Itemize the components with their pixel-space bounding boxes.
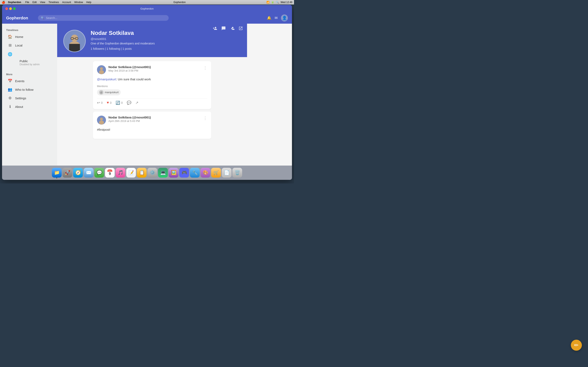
menu-account[interactable]: Account — [61, 1, 72, 4]
add-follow-button[interactable] — [230, 26, 234, 32]
sidebar-home-label: Home — [15, 35, 23, 39]
sidebar: Timelines 🏠 Home ⊞ Local 🌐 Public Disabl… — [2, 24, 57, 166]
traffic-lights — [5, 7, 16, 10]
post-card: Nodar Sotkilava (@nosot001) May 3rd 2019… — [93, 61, 211, 109]
maximize-button[interactable] — [13, 7, 16, 10]
open-external-button[interactable] — [238, 26, 243, 32]
unfollow-button[interactable] — [213, 26, 217, 32]
search-icon: 🔍 — [41, 16, 44, 20]
user-avatar-header[interactable]: 👤 — [281, 15, 288, 21]
settings-icon: ⚙ — [8, 96, 12, 100]
post-body-2: #firstpost! — [97, 127, 207, 132]
svg-rect-3 — [69, 44, 80, 52]
post-menu-button[interactable]: ⋮ — [203, 65, 207, 70]
sidebar-item-public[interactable]: 🌐 Public Disabled by admin — [4, 50, 56, 68]
boost-icon: 🔄 — [116, 100, 120, 105]
minimize-button[interactable] — [9, 7, 12, 10]
menu-help[interactable]: Help — [85, 1, 93, 4]
like-button[interactable]: ♥ 0 — [107, 100, 112, 105]
post-mention[interactable]: @marquiskurt — [97, 77, 116, 81]
sidebar-item-local[interactable]: ⊞ Local — [4, 41, 56, 50]
dock-terminal[interactable]: 💻 — [158, 168, 168, 178]
menu-timelines[interactable]: Timelines — [47, 1, 60, 4]
search-input[interactable] — [46, 16, 166, 20]
menu-file[interactable]: File — [24, 1, 30, 4]
post-header: Nodar Sotkilava (@nosot001) May 3rd 2019… — [97, 65, 207, 74]
local-icon: ⊞ — [8, 43, 12, 48]
title-bar: Gopherdon — [2, 5, 292, 12]
sidebar-public-sub: Disabled by admin — [20, 63, 40, 66]
svg-point-1 — [71, 35, 78, 42]
close-button[interactable] — [5, 7, 8, 10]
mention-tag[interactable]: @ marquiskurt — [97, 89, 121, 95]
dock-discord[interactable]: 🎮 — [179, 168, 189, 178]
post-menu-button-2[interactable]: ⋮ — [203, 116, 207, 120]
svg-point-9 — [99, 70, 104, 74]
reply-count: 0 — [101, 101, 103, 104]
app-window: Gopherdon Gopherdon 🔍 🔔 ✉ 👤 Timelines — [2, 5, 292, 180]
dock-preview[interactable]: 🖼️ — [169, 168, 178, 178]
sidebar-item-who-to-follow[interactable]: 👥 Who to follow — [4, 85, 56, 94]
reply-button[interactable]: ↩ 0 — [97, 100, 103, 105]
sidebar-item-settings[interactable]: ⚙ Settings — [4, 94, 56, 102]
chat-button[interactable] — [221, 26, 226, 32]
timelines-section-label: Timelines — [2, 27, 57, 33]
post-date: May 3rd 2019 at 3:58 PM — [108, 69, 201, 72]
share-icon: ↗ — [135, 100, 138, 105]
menu-view[interactable]: View — [39, 1, 47, 4]
search-menubar-icon[interactable]: 🔍 — [276, 1, 279, 4]
dock-writer[interactable]: 📝 — [126, 168, 136, 178]
sidebar-local-label: Local — [15, 44, 22, 47]
profile-bio: One of the Gopherdon developers and mode… — [91, 42, 155, 45]
thread-button[interactable]: 💬 — [127, 100, 131, 105]
app-menu-name[interactable]: Gopherdon — [7, 1, 22, 4]
boost-button[interactable]: 🔄 0 — [116, 100, 123, 105]
profile-name: Nodar Sotkilava — [91, 30, 155, 36]
profile-actions — [213, 26, 243, 32]
sidebar-who-to-follow-label: Who to follow — [15, 88, 34, 91]
dock-xcode[interactable]: 🔧 — [190, 168, 200, 178]
boost-count: 0 — [121, 101, 123, 104]
post-author: Nodar Sotkilava (@nosot001) — [108, 65, 201, 69]
sidebar-item-about[interactable]: ℹ About — [4, 102, 56, 111]
mention-username: marquiskurt — [105, 91, 119, 94]
content-area: Timelines 🏠 Home ⊞ Local 🌐 Public Disabl… — [2, 24, 292, 166]
sidebar-item-events[interactable]: 📅 Events — [4, 77, 56, 85]
notifications-button[interactable]: 🔔 — [267, 16, 271, 20]
menu-bar: 🍎 Gopherdon File Edit View Timelines Acc… — [0, 0, 294, 4]
post-meta: Nodar Sotkilava (@nosot001) May 3rd 2019… — [108, 65, 201, 72]
dock-filemgr[interactable]: 📄 — [222, 168, 232, 178]
menubar-right: 📶 🔋 🔍 Wed 12:49 — [267, 1, 292, 4]
sidebar-item-home[interactable]: 🏠 Home — [4, 33, 56, 41]
messages-button[interactable]: ✉ — [275, 16, 278, 20]
dock-launchpad[interactable]: 🚀 — [62, 168, 72, 178]
menu-window[interactable]: Window — [73, 1, 84, 4]
dock-safari[interactable]: 🧭 — [73, 168, 83, 178]
events-icon: 📅 — [8, 79, 12, 83]
profile-info: Nodar Sotkilava @nosot001 One of the Gop… — [91, 30, 155, 50]
search-bar[interactable]: 🔍 — [38, 15, 169, 21]
sidebar-settings-label: Settings — [15, 96, 26, 100]
share-button[interactable]: ↗ — [135, 100, 138, 105]
dock-calendar[interactable]: OCT 9 — [105, 168, 115, 178]
svg-point-12 — [99, 120, 104, 125]
dock-trash[interactable]: 🗑️ — [232, 168, 242, 178]
reply-icon: ↩ — [97, 100, 100, 105]
dock-notes[interactable]: 📋 — [137, 168, 147, 178]
feed-area: Nodar Sotkilava (@nosot001) May 3rd 2019… — [57, 57, 247, 166]
like-count: 0 — [110, 101, 112, 104]
home-icon: 🏠 — [8, 34, 12, 39]
more-section-label: More — [2, 71, 57, 77]
dock-finder[interactable]: 📁 — [52, 168, 62, 178]
dock-messages[interactable]: 💬 — [94, 168, 104, 178]
apple-menu[interactable]: 🍎 — [2, 1, 5, 4]
dock-grocery[interactable]: 🛒 — [211, 168, 221, 178]
profile-avatar — [63, 30, 86, 52]
menu-edit[interactable]: Edit — [31, 1, 38, 4]
center-area: Nodar Sotkilava @nosot001 One of the Gop… — [57, 24, 247, 166]
post-avatar — [97, 65, 106, 74]
dock-mail[interactable]: ✉️ — [84, 168, 94, 178]
dock-syspref[interactable]: ⚙️ — [147, 168, 157, 178]
dock-itunes[interactable]: 🎵 — [116, 168, 125, 178]
dock-affinity[interactable]: 🎨 — [200, 168, 210, 178]
